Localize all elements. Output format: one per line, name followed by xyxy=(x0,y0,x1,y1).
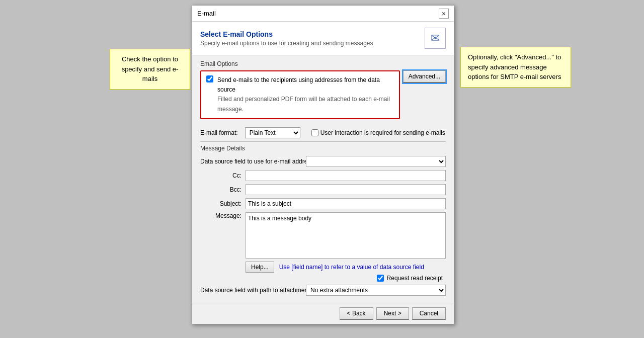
cc-label: Cc: xyxy=(200,172,246,179)
read-receipt-row: Request read receipt xyxy=(200,275,446,282)
cc-input[interactable] xyxy=(246,170,446,181)
title-bar: E-mail × xyxy=(192,6,454,22)
format-row: E-mail format: Plain Text HTML Rich Text… xyxy=(200,127,446,138)
send-emails-checkbox[interactable] xyxy=(206,75,213,82)
back-button[interactable]: < Back xyxy=(340,307,373,320)
cc-row: Cc: xyxy=(200,170,446,181)
send-emails-checkbox-row xyxy=(206,75,213,82)
bcc-input[interactable] xyxy=(246,184,446,195)
dialog-header: Select E-mail Options Specify e-mail opt… xyxy=(192,22,454,55)
attachment-select[interactable]: No extra attachments xyxy=(306,285,446,296)
message-label: Message: xyxy=(200,212,246,219)
bcc-row: Bcc: xyxy=(200,184,446,195)
send-emails-sub: Filled and personalized PDF form will be… xyxy=(217,96,390,112)
dialog-footer: < Back Next > Cancel xyxy=(192,303,454,324)
message-row: Message: This is a message body xyxy=(200,212,446,259)
attachment-label: Data source field with path to attachmen… xyxy=(200,287,306,294)
user-interaction-checkbox[interactable] xyxy=(311,129,318,136)
email-dialog: E-mail × Select E-mail Options Specify e… xyxy=(192,5,454,324)
send-emails-label: Send e-mails to the recipients using add… xyxy=(217,76,380,93)
read-receipt-label: Request read receipt xyxy=(387,275,443,282)
email-icon: ✉ xyxy=(425,28,446,49)
datasource-select[interactable] xyxy=(306,156,446,167)
next-button[interactable]: Next > xyxy=(376,307,409,320)
format-label: E-mail format: xyxy=(200,129,238,136)
subject-input[interactable] xyxy=(246,198,446,209)
help-button[interactable]: Help... xyxy=(246,262,274,273)
subject-label: Subject: xyxy=(200,200,246,207)
email-options-label: Email Options xyxy=(200,60,446,67)
dialog-content: Email Options Send e-mails to the recipi… xyxy=(192,55,454,303)
help-row: Help... Use [field name] to refer to a v… xyxy=(200,262,446,273)
message-textarea[interactable]: This is a message body xyxy=(246,212,446,259)
tooltip-left: Check the option to specify and send e-m… xyxy=(110,49,190,90)
datasource-row: Data source field to use for e-mail addr… xyxy=(200,156,446,167)
tooltip-left-text: Check the option to specify and send e-m… xyxy=(122,55,179,82)
header-subtitle: Specify e-mail options to use for creati… xyxy=(200,40,425,47)
tooltip-right: Optionally, click "Advanced..." to speci… xyxy=(460,47,571,88)
field-note: Use [field name] to refer to a value of … xyxy=(279,264,424,271)
close-button[interactable]: × xyxy=(439,9,449,19)
user-interaction-text: User interaction is required for sending… xyxy=(320,129,445,136)
format-select[interactable]: Plain Text HTML Rich Text xyxy=(245,127,300,138)
email-options-text: Send e-mails to the recipients using add… xyxy=(217,75,394,114)
user-interaction-label: User interaction is required for sending… xyxy=(311,129,445,136)
bcc-label: Bcc: xyxy=(200,186,246,193)
divider xyxy=(200,141,446,142)
subject-row: Subject: xyxy=(200,198,446,209)
tooltip-right-text: Optionally, click "Advanced..." to speci… xyxy=(468,53,561,80)
email-options-box: Send e-mails to the recipients using add… xyxy=(200,70,400,119)
attachment-row: Data source field with path to attachmen… xyxy=(200,285,446,296)
message-details-label: Message Details xyxy=(200,145,446,152)
header-text: Select E-mail Options Specify e-mail opt… xyxy=(200,30,425,47)
datasource-label: Data source field to use for e-mail addr… xyxy=(200,158,306,165)
read-receipt-checkbox[interactable] xyxy=(377,275,384,282)
cancel-button[interactable]: Cancel xyxy=(412,307,446,320)
header-title: Select E-mail Options xyxy=(200,30,425,38)
advanced-button[interactable]: Advanced... xyxy=(403,70,446,83)
dialog-title: E-mail xyxy=(197,10,216,17)
